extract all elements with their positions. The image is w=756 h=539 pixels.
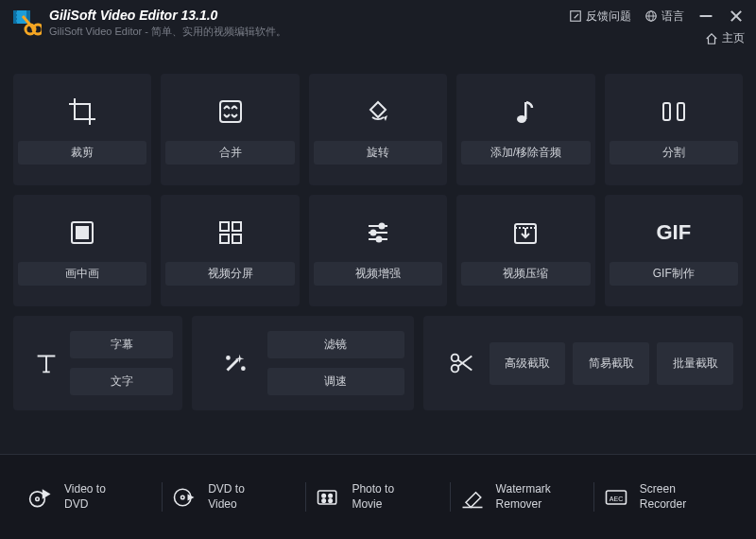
svg-rect-48 xyxy=(318,491,336,504)
home-button[interactable]: 主页 xyxy=(705,30,745,46)
footer-label: DVD to Video xyxy=(208,482,245,512)
tile-magic[interactable]: 滤镜 调速 xyxy=(192,316,414,410)
filter-button[interactable]: 滤镜 xyxy=(267,331,404,358)
rotate-icon xyxy=(362,96,394,128)
sliders-icon xyxy=(362,217,394,249)
titlebar-row-2: 主页 xyxy=(705,30,745,46)
svg-point-3 xyxy=(16,12,18,14)
minimize-icon xyxy=(697,8,714,25)
minimize-button[interactable] xyxy=(697,8,714,25)
footer-watermark-remover[interactable]: Watermark Remover xyxy=(451,482,594,512)
text-buttons: 字幕 文字 xyxy=(70,331,173,395)
tile-label: 分割 xyxy=(610,141,738,165)
svg-rect-23 xyxy=(77,227,88,238)
logo-wrap: GiliSoft Video Editor 13.1.0 GiliSoft Vi… xyxy=(11,8,286,39)
svg-text:AEC: AEC xyxy=(610,495,623,501)
title-block: GiliSoft Video Editor 13.1.0 GiliSoft Vi… xyxy=(49,8,286,39)
language-label: 语言 xyxy=(662,9,684,25)
magic-buttons: 滤镜 调速 xyxy=(267,331,404,395)
svg-point-43 xyxy=(36,497,40,501)
multiscreen-icon xyxy=(215,217,247,249)
advanced-clip-button[interactable]: 高级截取 xyxy=(490,342,566,385)
eraser-icon xyxy=(458,483,487,512)
tile-label: 添加/移除音频 xyxy=(461,141,590,165)
svg-point-32 xyxy=(370,230,375,235)
footer-photo-to-movie[interactable]: Photo to Movie xyxy=(306,482,450,512)
svg-rect-20 xyxy=(663,103,670,120)
titlebar-row-1: 反馈问题 语言 xyxy=(569,8,745,25)
tile-label: 画中画 xyxy=(18,262,146,286)
svg-rect-21 xyxy=(678,103,684,120)
svg-point-31 xyxy=(379,223,384,228)
feedback-label: 反馈问题 xyxy=(586,9,631,25)
svg-point-52 xyxy=(329,498,333,502)
svg-rect-24 xyxy=(220,222,229,231)
feedback-button[interactable]: 反馈问题 xyxy=(569,9,631,25)
edit-icon xyxy=(569,9,582,23)
svg-point-46 xyxy=(181,496,185,499)
tile-audio[interactable]: 添加/移除音频 xyxy=(456,74,594,185)
tile-compress[interactable]: 视频压缩 xyxy=(456,195,594,306)
simple-clip-button[interactable]: 简易截取 xyxy=(573,342,649,385)
svg-point-33 xyxy=(376,236,381,241)
disc-icon xyxy=(26,483,55,512)
language-button[interactable]: 语言 xyxy=(644,9,684,25)
tile-merge[interactable]: 合并 xyxy=(161,74,299,185)
svg-rect-25 xyxy=(232,222,241,231)
svg-rect-19 xyxy=(524,102,527,119)
batch-clip-button[interactable]: 批量截取 xyxy=(657,342,733,385)
tile-pip[interactable]: 画中画 xyxy=(13,195,151,306)
split-icon xyxy=(658,96,690,128)
record-icon: AEC xyxy=(602,483,630,512)
close-button[interactable] xyxy=(728,8,745,25)
tile-label: 旋转 xyxy=(314,141,442,165)
tile-text[interactable]: 字幕 文字 xyxy=(13,316,182,410)
footer-label: Watermark Remover xyxy=(496,482,551,512)
tile-enhance[interactable]: 视频增强 xyxy=(309,195,447,306)
titlebar-right: 反馈问题 语言 主页 xyxy=(569,8,745,46)
app-subtitle: GiliSoft Video Editor - 简单、实用的视频编辑软件。 xyxy=(49,25,286,39)
home-icon xyxy=(705,32,718,45)
app-logo-icon xyxy=(11,9,42,39)
footer-video-to-dvd[interactable]: Video to DVD xyxy=(19,482,163,512)
row-3: 字幕 文字 滤镜 调速 高级截取 简易截取 批量截取 xyxy=(13,316,743,410)
svg-point-49 xyxy=(322,494,326,497)
close-icon xyxy=(728,8,745,25)
subtitle-button[interactable]: 字幕 xyxy=(70,331,173,358)
globe-icon xyxy=(644,9,658,23)
tile-label: 视频压缩 xyxy=(461,262,590,286)
svg-point-7 xyxy=(33,25,42,34)
svg-point-36 xyxy=(227,356,230,359)
footer-dvd-to-video[interactable]: DVD to Video xyxy=(163,482,306,512)
tile-label: GIF制作 xyxy=(610,262,738,286)
titlebar: GiliSoft Video Editor 13.1.0 GiliSoft Vi… xyxy=(0,0,756,57)
tile-split[interactable]: 分割 xyxy=(605,74,743,185)
tile-multiscreen[interactable]: 视频分屏 xyxy=(161,195,299,306)
tile-clip[interactable]: 高级截取 简易截取 批量截取 xyxy=(423,316,743,410)
music-note-icon xyxy=(509,96,541,128)
clip-buttons: 高级截取 简易截取 批量截取 xyxy=(490,342,733,385)
speed-button[interactable]: 调速 xyxy=(267,368,404,395)
svg-point-51 xyxy=(322,498,326,502)
svg-rect-16 xyxy=(220,101,241,122)
gif-icon: GIF xyxy=(658,217,690,249)
footer-screen-recorder[interactable]: AEC Screen Recorder xyxy=(594,482,737,512)
magic-wand-icon xyxy=(201,349,267,377)
footer-label: Photo to Movie xyxy=(352,482,394,512)
tile-label: 合并 xyxy=(165,141,294,165)
text-button[interactable]: 文字 xyxy=(70,368,173,395)
svg-point-4 xyxy=(16,16,18,18)
disc-play-icon xyxy=(170,483,198,512)
footer: Video to DVD DVD to Video Photo to Movie… xyxy=(0,454,756,539)
merge-icon xyxy=(215,96,247,128)
svg-marker-17 xyxy=(384,115,387,121)
footer-label: Video to DVD xyxy=(64,482,106,512)
tile-rotate[interactable]: 旋转 xyxy=(309,74,447,185)
tile-grid: 裁剪 合并 旋转 添加/移除音频 分割 画中画 视频分屏 视频增 xyxy=(13,74,743,306)
tile-gif[interactable]: GIF GIF制作 xyxy=(605,195,743,306)
tile-crop[interactable]: 裁剪 xyxy=(13,74,151,185)
svg-point-50 xyxy=(329,494,333,497)
tile-label: 裁剪 xyxy=(18,141,146,165)
text-icon xyxy=(23,349,70,377)
film-reel-icon xyxy=(314,483,342,512)
